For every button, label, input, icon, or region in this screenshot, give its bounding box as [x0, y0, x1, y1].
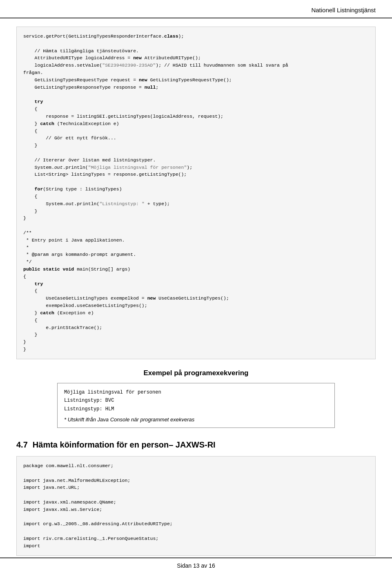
- chapter-heading: 4.7 Hämta köinformation för en person– J…: [16, 440, 376, 450]
- example-output-text: Möjliga listningsval för personen Listni…: [64, 388, 328, 413]
- page-footer: Sidan 13 av 16: [0, 557, 392, 573]
- example-note: * Utskrift ifrån Java Console när progra…: [64, 416, 328, 423]
- example-heading: Exempel på programexekvering: [16, 369, 376, 377]
- code-line-bottom: package com.mawell.nlt.consumer; import …: [23, 463, 173, 548]
- page-title: Nationell Listningstjänst: [311, 7, 376, 13]
- chapter-title: Hämta köinformation för en person– JAXWS…: [33, 440, 216, 450]
- code-block-top: service.getPort(GetListingTypesResponder…: [16, 27, 376, 359]
- code-block-bottom: package com.mawell.nlt.consumer; import …: [16, 456, 376, 556]
- chapter-number: 4.7: [16, 440, 28, 450]
- page-number: Sidan 13 av 16: [177, 562, 215, 569]
- page-header: Nationell Listningstjänst: [0, 0, 392, 18]
- code-line: service.getPort(GetListingTypesResponder…: [23, 34, 288, 352]
- example-output-box: Möjliga listningsval för personen Listni…: [57, 383, 335, 428]
- page-content: service.getPort(GetListingTypesResponder…: [0, 18, 392, 568]
